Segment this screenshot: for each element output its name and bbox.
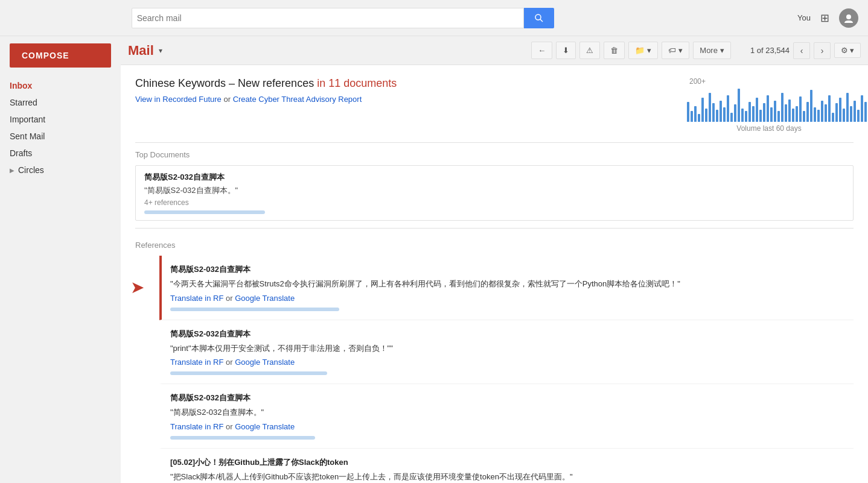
chart-bar — [806, 102, 809, 122]
chevron-left-icon: ‹ — [800, 46, 803, 55]
avatar[interactable] — [839, 8, 858, 28]
spam-button[interactable]: ⚠ — [579, 42, 600, 59]
chart-bar — [810, 90, 812, 122]
user-label: You — [797, 13, 811, 22]
toolbar-buttons: ← ⬇ ⚠ 🗑 📁 ▾ 🏷 — [531, 42, 861, 59]
back-button[interactable]: ← — [531, 42, 552, 59]
more-button[interactable]: More ▾ — [693, 42, 731, 59]
arrow-indicator: ➤ — [130, 279, 144, 296]
tag-button[interactable]: 🏷 ▾ — [662, 42, 689, 59]
google-translate-link-2[interactable]: Google Translate — [235, 358, 295, 367]
section-divider-2 — [135, 228, 854, 229]
google-translate-link-1[interactable]: Google Translate — [235, 294, 295, 303]
chart-bar — [832, 113, 834, 122]
chart-bar — [864, 102, 867, 122]
chart-bar — [730, 113, 733, 122]
chart-bar — [716, 110, 718, 122]
chart-bar — [691, 111, 693, 122]
chart-bar — [752, 106, 755, 122]
sidebar-item-important[interactable]: Important — [0, 111, 121, 128]
chart-bar — [687, 102, 689, 122]
ref-title-2: 简易版S2-032自查脚本 — [170, 329, 854, 339]
chart-bar — [738, 89, 740, 122]
ref-link-sep-3: or — [226, 422, 235, 431]
chart-bar — [763, 103, 765, 122]
toolbar-row: Mail ▾ ← ⬇ ⚠ 🗑 — [121, 36, 868, 65]
chart-bar — [843, 109, 845, 122]
chart-bar — [723, 107, 726, 122]
folder-button[interactable]: 📁 ▾ — [628, 42, 658, 59]
sidebar-item-circles[interactable]: ▶ Circles — [0, 162, 121, 178]
svg-point-0 — [535, 14, 541, 20]
chart-bar — [814, 107, 816, 122]
settings-arrow-icon: ▾ — [850, 46, 854, 55]
search-input-wrap — [132, 8, 524, 28]
sidebar-item-label: Important — [10, 115, 45, 124]
sidebar-item-sent[interactable]: Sent Mail — [0, 128, 121, 145]
sidebar-item-starred[interactable]: Starred — [0, 94, 121, 111]
back-icon: ← — [538, 46, 546, 55]
compose-button[interactable]: COMPOSE — [10, 43, 111, 68]
chart-bar — [788, 99, 791, 122]
top-documents-title: Top Documents — [135, 150, 854, 159]
doc-card: 简易版S2-032自查脚本 "简易版S2-032自查脚本。" 4+ refere… — [135, 165, 854, 221]
email-subject-highlight: in 11 documents — [317, 77, 397, 89]
translate-rf-link-1[interactable]: Translate in RF — [170, 294, 223, 303]
chart-bar — [785, 104, 787, 122]
mail-header: Mail ▾ ← ⬇ ⚠ 🗑 — [121, 36, 868, 65]
sidebar-item-label: Drafts — [10, 148, 32, 158]
translate-rf-link-3[interactable]: Translate in RF — [170, 422, 223, 431]
sidebar-item-label: Starred — [10, 98, 37, 107]
ref-quote-4: "把Slack脚本/机器人上传到Github不应该把token一起上传上去，而是… — [170, 471, 854, 483]
reference-item-4: [05.02]小心！别在Github上泄露了你Slack的token "把Sla… — [159, 449, 854, 484]
email-links: View in Recorded Future or Create Cyber … — [135, 95, 397, 104]
doc-card-refs: 4+ references — [144, 198, 844, 207]
search-area — [132, 8, 554, 28]
chart-bar — [705, 109, 707, 122]
create-advisory-link[interactable]: Create Cyber Threat Advisory Report — [233, 95, 362, 104]
ref-links-1: Translate in RF or Google Translate — [170, 294, 854, 303]
chart-bar — [701, 98, 704, 122]
chart-bar — [727, 95, 729, 122]
sidebar-item-inbox[interactable]: Inbox — [0, 77, 121, 94]
chart-bar — [774, 101, 776, 122]
search-button[interactable] — [524, 8, 554, 28]
google-translate-link-3[interactable]: Google Translate — [235, 422, 295, 431]
delete-button[interactable]: 🗑 — [604, 42, 625, 59]
reference-item-1: ➤ 简易版S2-032自查脚本 "今两天各大漏洞平台都被Struts2命令执行漏… — [159, 256, 854, 320]
view-rf-link[interactable]: View in Recorded Future — [135, 95, 222, 104]
chart-bar — [767, 95, 769, 122]
chart-bar — [694, 106, 697, 122]
folder-arrow-icon: ▾ — [647, 46, 651, 55]
chart-bar — [796, 106, 798, 122]
ref-link-sep-2: or — [226, 358, 235, 367]
apps-button[interactable]: ⊞ — [818, 10, 832, 26]
chart-bar — [756, 98, 758, 122]
ref-links-3: Translate in RF or Google Translate — [170, 422, 854, 431]
top-documents-section: Top Documents 简易版S2-032自查脚本 "简易版S2-032自查… — [135, 150, 854, 221]
gear-icon: ⚙ — [841, 46, 848, 55]
section-divider-1 — [135, 142, 854, 143]
chart-bar — [748, 102, 751, 122]
sidebar-item-drafts[interactable]: Drafts — [0, 145, 121, 162]
chart-bar — [781, 93, 783, 122]
settings-button[interactable]: ⚙ ▾ — [834, 43, 861, 58]
mail-logo: Mail — [128, 43, 154, 58]
chart-bar — [861, 95, 863, 122]
sidebar-item-label: Circles — [18, 165, 44, 175]
top-bar: You ⊞ — [0, 0, 868, 36]
search-input[interactable] — [137, 13, 519, 23]
next-page-button[interactable]: › — [814, 42, 831, 59]
delete-icon: 🗑 — [610, 46, 618, 55]
ref-bar-2 — [170, 371, 327, 375]
prev-page-button[interactable]: ‹ — [793, 42, 810, 59]
archive-button[interactable]: ⬇ — [556, 42, 576, 59]
doc-card-quote: "简易版S2-032自查脚本。" — [144, 185, 844, 196]
chart-bar — [777, 111, 780, 122]
mail-dropdown-arrow[interactable]: ▾ — [159, 46, 162, 55]
tag-arrow-icon: ▾ — [678, 46, 683, 55]
more-label: More — [700, 46, 718, 55]
folder-icon: 📁 — [635, 46, 645, 55]
chart-container — [685, 86, 854, 122]
translate-rf-link-2[interactable]: Translate in RF — [170, 358, 223, 367]
